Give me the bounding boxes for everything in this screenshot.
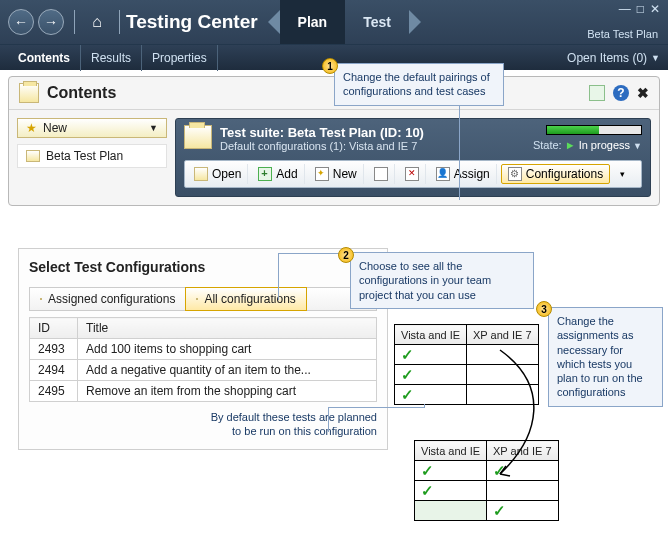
- chevron-down-icon: ▼: [149, 123, 158, 133]
- footnote-line-1: By default these tests are planned: [211, 411, 377, 423]
- footnote-line-2: to be run on this configuration: [232, 425, 377, 437]
- tab-scroll-left[interactable]: [268, 10, 280, 34]
- tab-all-configurations[interactable]: All configurations: [185, 287, 306, 311]
- annotation-3: Change the assignments as necessary for …: [548, 307, 663, 407]
- home-button[interactable]: ⌂: [85, 10, 109, 34]
- back-button[interactable]: ←: [8, 9, 34, 35]
- cell-title: Add a negative quantity of an item to th…: [78, 360, 377, 381]
- assign-button[interactable]: Assign: [430, 164, 497, 184]
- folder-icon: [19, 83, 39, 103]
- table-row[interactable]: 2494Add a negative quantity of an item t…: [30, 360, 377, 381]
- cell-id: 2493: [30, 339, 78, 360]
- tree-item-beta-test-plan[interactable]: Beta Test Plan: [17, 144, 167, 168]
- tab-test[interactable]: Test: [345, 0, 409, 44]
- cell-id: 2494: [30, 360, 78, 381]
- panel-title: Contents: [47, 84, 116, 102]
- tab-assigned-configurations[interactable]: Assigned configurations: [30, 288, 186, 310]
- select-configurations-title: Select Test Configurations: [29, 259, 377, 275]
- suite-panel: Test suite: Beta Test Plan (ID: 10) Defa…: [175, 118, 651, 197]
- refresh-icon[interactable]: [589, 85, 605, 101]
- new-button[interactable]: New: [309, 164, 364, 184]
- new-dropdown[interactable]: ★ New ▼: [17, 118, 167, 138]
- connector-line: [328, 407, 329, 432]
- tree-item-label: Beta Test Plan: [46, 149, 123, 163]
- footnote: By default these tests are planned to be…: [29, 410, 377, 439]
- new-label: New: [333, 167, 357, 181]
- annotation-badge-1: 1: [322, 58, 338, 74]
- subtab-properties[interactable]: Properties: [142, 45, 218, 71]
- open-items-label: Open Items (0): [567, 51, 647, 65]
- config-tab-bar: Assigned configurations All configuratio…: [29, 287, 377, 311]
- test-cases-table: ID Title 2493Add 100 items to shopping c…: [29, 317, 377, 402]
- move-icon: [374, 167, 388, 181]
- configurations-dropdown[interactable]: ▾: [614, 164, 631, 184]
- tab-scroll-right[interactable]: [409, 10, 421, 34]
- open-icon: [194, 167, 208, 181]
- tree-panel: ★ New ▼ Beta Test Plan: [17, 118, 167, 197]
- table-row[interactable]: 2495Remove an item from the shopping car…: [30, 381, 377, 402]
- delete-icon: [405, 167, 419, 181]
- annotation-1: Change the default pairings of configura…: [334, 63, 504, 106]
- folder-icon: [196, 298, 198, 300]
- table-row[interactable]: 2493Add 100 items to shopping cart: [30, 339, 377, 360]
- check-icon: ✓: [401, 386, 414, 403]
- close-button[interactable]: ✕: [650, 2, 660, 16]
- matrix-cell[interactable]: ✓: [487, 501, 559, 521]
- connector-line: [328, 407, 424, 408]
- connector-line: [278, 253, 279, 300]
- assign-icon: [436, 167, 450, 181]
- chevron-down-icon: ▾: [620, 169, 625, 179]
- col-title[interactable]: Title: [78, 318, 377, 339]
- matrix-cell[interactable]: ✓: [395, 345, 467, 365]
- matrix-cell[interactable]: [415, 501, 487, 521]
- col-id[interactable]: ID: [30, 318, 78, 339]
- play-icon: ►: [565, 139, 576, 151]
- subtab-results[interactable]: Results: [81, 45, 142, 71]
- open-label: Open: [212, 167, 241, 181]
- annotation-badge-3: 3: [536, 301, 552, 317]
- progress-bar: [546, 125, 642, 135]
- check-icon: ✓: [421, 482, 434, 499]
- matrix-col-2: XP and IE 7: [467, 325, 539, 345]
- chevron-down-icon[interactable]: ▼: [633, 141, 642, 151]
- forward-button[interactable]: →: [38, 9, 64, 35]
- folder-icon: [40, 298, 42, 300]
- help-icon[interactable]: ?: [613, 85, 629, 101]
- check-icon: ✓: [493, 502, 506, 519]
- check-icon: ✓: [421, 462, 434, 479]
- new-icon: [315, 167, 329, 181]
- annotation-2: Choose to see all the configurations in …: [350, 252, 534, 309]
- suite-toolbar: Open Add New Assign Configurations ▾: [184, 160, 642, 188]
- check-icon: ✓: [401, 346, 414, 363]
- open-button[interactable]: Open: [188, 164, 248, 184]
- matrix-cell[interactable]: ✓: [395, 385, 467, 405]
- minimize-button[interactable]: —: [619, 2, 631, 16]
- select-configurations-panel: Select Test Configurations Assigned conf…: [18, 248, 388, 450]
- matrix-col-1: Vista and IE: [395, 325, 467, 345]
- check-icon: ✓: [401, 366, 414, 383]
- connector-line: [278, 253, 345, 254]
- move-button[interactable]: [368, 164, 395, 184]
- table-header-row: ID Title: [30, 318, 377, 339]
- add-button[interactable]: Add: [252, 164, 304, 184]
- cell-title: Add 100 items to shopping cart: [78, 339, 377, 360]
- close-panel-icon[interactable]: ✖: [637, 85, 649, 101]
- folder-icon: [26, 150, 40, 162]
- annotation-badge-2: 2: [338, 247, 354, 263]
- tab-plan[interactable]: Plan: [280, 0, 346, 44]
- title-bar: ← → ⌂ Testing Center Plan Test — □ ✕ Bet…: [0, 0, 668, 44]
- suite-folder-icon: [184, 125, 212, 149]
- separator: [74, 10, 75, 34]
- connector-line: [459, 104, 460, 200]
- cell-id: 2495: [30, 381, 78, 402]
- open-items-dropdown[interactable]: Open Items (0) ▼: [567, 51, 660, 65]
- connector-line: [424, 404, 425, 408]
- maximize-button[interactable]: □: [637, 2, 644, 16]
- state-value: In progess: [579, 139, 630, 151]
- configurations-button[interactable]: Configurations: [501, 164, 610, 184]
- matrix-cell[interactable]: ✓: [395, 365, 467, 385]
- gear-icon: [508, 167, 522, 181]
- suite-subtitle: Default configurations (1): Vista and IE…: [220, 140, 424, 152]
- delete-button[interactable]: [399, 164, 426, 184]
- subtab-contents[interactable]: Contents: [8, 45, 81, 71]
